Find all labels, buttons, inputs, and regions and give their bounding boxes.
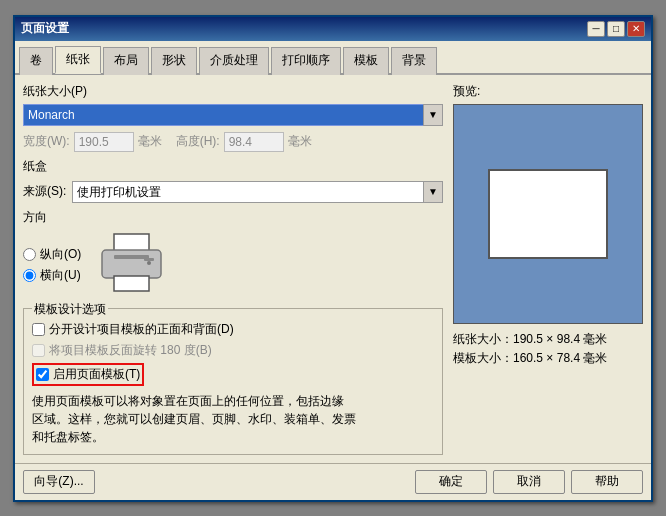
svg-rect-3 [114, 276, 149, 291]
option1-label: 分开设计项目模板的正面和背面(D) [49, 321, 234, 338]
dialog-title: 页面设置 [21, 20, 69, 37]
minimize-button[interactable]: ─ [587, 21, 605, 37]
template-design-section: 模板设计选项 分开设计项目模板的正面和背面(D) 将项目模板反面旋转 180 度… [23, 308, 443, 455]
template-size-info: 模板大小：160.5 × 78.4 毫米 [453, 349, 643, 368]
landscape-radio[interactable] [23, 269, 36, 282]
radio-group: 纵向(O) 横向(U) [23, 246, 81, 284]
svg-rect-2 [114, 255, 149, 259]
orientation-row: 纵向(O) 横向(U) [23, 230, 443, 300]
left-panel: 纸张大小(P) Monarch ▼ 宽度(W): 毫米 高度(H): 毫米 [23, 83, 443, 455]
tab-template[interactable]: 模板 [343, 47, 389, 75]
option2-checkbox[interactable] [32, 344, 45, 357]
paper-size-section: 纸张大小(P) Monarch ▼ 宽度(W): 毫米 高度(H): 毫米 [23, 83, 443, 152]
tab-background[interactable]: 背景 [391, 47, 437, 75]
landscape-label: 横向(U) [40, 267, 81, 284]
paper-size-info: 纸张大小：190.5 × 98.4 毫米 [453, 330, 643, 349]
help-button[interactable]: 帮助 [571, 470, 643, 494]
portrait-radio[interactable] [23, 248, 36, 261]
option1-row: 分开设计项目模板的正面和背面(D) [32, 321, 434, 338]
maximize-button[interactable]: □ [607, 21, 625, 37]
tab-bar: 卷 纸张 布局 形状 介质处理 打印顺序 模板 背景 [15, 41, 651, 75]
height-input[interactable] [224, 132, 284, 152]
landscape-row: 横向(U) [23, 267, 81, 284]
portrait-label: 纵向(O) [40, 246, 81, 263]
tab-layout[interactable]: 布局 [103, 47, 149, 75]
orientation-section: 方向 纵向(O) 横向(U) [23, 209, 443, 300]
template-design-title: 模板设计选项 [32, 301, 108, 318]
option3-highlight: 启用页面模板(T) [32, 363, 144, 386]
page-setup-dialog: 页面设置 ─ □ ✕ 卷 纸张 布局 形状 介质处理 打印顺序 模板 背景 纸张… [13, 15, 653, 502]
svg-point-5 [147, 261, 151, 265]
orientation-label: 方向 [23, 209, 443, 226]
printer-icon [91, 230, 171, 300]
preview-area [453, 104, 643, 324]
svg-rect-4 [144, 258, 154, 261]
title-bar-buttons: ─ □ ✕ [587, 21, 645, 37]
height-label: 高度(H): [176, 133, 220, 150]
wizard-button[interactable]: 向导(Z)... [23, 470, 95, 494]
portrait-row: 纵向(O) [23, 246, 81, 263]
preview-label: 预览: [453, 83, 643, 100]
tab-shape[interactable]: 形状 [151, 47, 197, 75]
title-bar: 页面设置 ─ □ ✕ [15, 17, 651, 41]
paper-size-label: 纸张大小(P) [23, 83, 443, 100]
tray-row: 来源(S): 使用打印机设置 ▼ [23, 181, 443, 203]
tab-media[interactable]: 介质处理 [199, 47, 269, 75]
height-unit: 毫米 [288, 133, 312, 150]
paper-size-select[interactable]: Monarch [23, 104, 443, 126]
option3-row: 启用页面模板(T) [32, 363, 434, 386]
description-text: 使用页面模板可以将对象置在页面上的任何位置，包括边缘 区域。这样，您就可以创建页… [32, 392, 434, 446]
svg-rect-1 [102, 250, 161, 278]
width-input[interactable] [74, 132, 134, 152]
tray-label: 纸盒 [23, 158, 443, 175]
tray-source-select[interactable]: 使用打印机设置 [72, 181, 443, 203]
paper-dims-row: 宽度(W): 毫米 高度(H): 毫米 [23, 132, 443, 152]
main-content: 纸张大小(P) Monarch ▼ 宽度(W): 毫米 高度(H): 毫米 [15, 75, 651, 463]
width-unit: 毫米 [138, 133, 162, 150]
option3-checkbox[interactable] [36, 368, 49, 381]
preview-info: 纸张大小：190.5 × 98.4 毫米 模板大小：160.5 × 78.4 毫… [453, 330, 643, 368]
tab-paper[interactable]: 纸张 [55, 46, 101, 74]
tab-juan[interactable]: 卷 [19, 47, 53, 75]
tab-print-order[interactable]: 打印顺序 [271, 47, 341, 75]
tray-section: 纸盒 来源(S): 使用打印机设置 ▼ [23, 158, 443, 203]
option2-row: 将项目模板反面旋转 180 度(B) [32, 342, 434, 359]
option1-checkbox[interactable] [32, 323, 45, 336]
option2-label: 将项目模板反面旋转 180 度(B) [49, 342, 212, 359]
ok-button[interactable]: 确定 [415, 470, 487, 494]
bottom-buttons: 向导(Z)... 确定 取消 帮助 [15, 463, 651, 500]
right-panel: 预览: 纸张大小：190.5 × 98.4 毫米 模板大小：160.5 × 78… [453, 83, 643, 455]
source-label: 来源(S): [23, 183, 66, 200]
width-label: 宽度(W): [23, 133, 70, 150]
close-button[interactable]: ✕ [627, 21, 645, 37]
right-buttons: 确定 取消 帮助 [415, 470, 643, 494]
cancel-button[interactable]: 取消 [493, 470, 565, 494]
preview-paper [488, 169, 608, 259]
option3-label: 启用页面模板(T) [53, 366, 140, 383]
